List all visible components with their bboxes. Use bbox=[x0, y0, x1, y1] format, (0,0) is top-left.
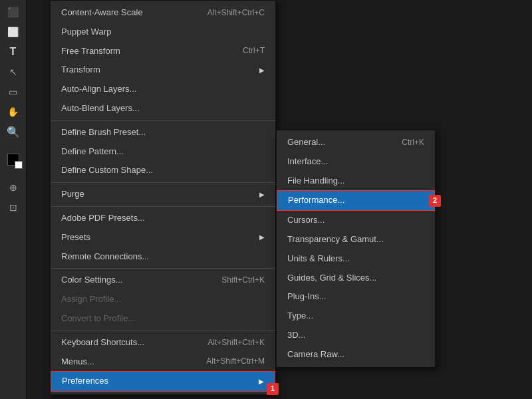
tool-zoom[interactable]: 🔍 bbox=[4, 122, 23, 141]
menu-edit: Content-Aware Scale Alt+Shift+Ctrl+C Pup… bbox=[50, 0, 276, 395]
menu-item-keyboard-shortcuts[interactable]: Keyboard Shortcuts... Alt+Shift+Ctrl+K bbox=[51, 333, 275, 352]
menu-item-define-custom-shape[interactable]: Define Custom Shape... bbox=[51, 161, 275, 180]
menu-item-units-rulers[interactable]: Units & Rulers... bbox=[277, 249, 435, 269]
badge-1: 1 bbox=[267, 383, 279, 395]
menu-item-content-aware-scale[interactable]: Content-Aware Scale Alt+Shift+Ctrl+C bbox=[51, 3, 275, 23]
menu-item-type[interactable]: Type... bbox=[277, 307, 435, 326]
separator-2 bbox=[51, 182, 275, 183]
tool-lasso[interactable]: ⬜ bbox=[4, 23, 23, 41]
menu-item-auto-align-layers[interactable]: Auto-Align Layers... bbox=[51, 80, 275, 99]
tool-hand[interactable]: ✋ bbox=[4, 102, 23, 121]
menu-item-define-brush-preset[interactable]: Define Brush Preset... bbox=[51, 123, 275, 142]
menu-item-presets[interactable]: Presets ▶ bbox=[51, 228, 275, 247]
menu-item-preferences[interactable]: Preferences ▶ 1 bbox=[51, 371, 275, 392]
menu-item-transform[interactable]: Transform ▶ bbox=[51, 61, 275, 80]
menu-item-interface[interactable]: Interface... bbox=[277, 152, 435, 172]
toolbar: ⬛ ⬜ T ↖ ▭ ✋ 🔍 ⊕ ⊡ bbox=[0, 0, 27, 399]
menu-item-transparency-gamut[interactable]: Transparency & Gamut... bbox=[277, 230, 435, 249]
menu-item-menus[interactable]: Menus... Alt+Shift+Ctrl+M bbox=[51, 352, 275, 372]
menu-item-convert-to-profile: Convert to Profile... bbox=[51, 309, 275, 329]
menu-item-camera-raw[interactable]: Camera Raw... bbox=[277, 345, 435, 364]
tool-extra1[interactable]: ⊕ bbox=[4, 178, 23, 197]
menu-item-purge[interactable]: Purge ▶ bbox=[51, 185, 275, 204]
menu-item-adobe-pdf-presets[interactable]: Adobe PDF Presets... bbox=[51, 209, 275, 228]
menu-item-3d[interactable]: 3D... bbox=[277, 326, 435, 345]
menu-item-auto-blend-layers[interactable]: Auto-Blend Layers... bbox=[51, 99, 275, 118]
menu-item-guides-grid-slices[interactable]: Guides, Grid & Slices... bbox=[277, 269, 435, 288]
tool-shape[interactable]: ▭ bbox=[4, 82, 23, 101]
menu-item-puppet-warp[interactable]: Puppet Warp bbox=[51, 23, 275, 42]
foreground-color[interactable] bbox=[4, 150, 23, 169]
menu-item-general[interactable]: General... Ctrl+K bbox=[277, 133, 435, 152]
tool-type[interactable]: T bbox=[4, 43, 23, 61]
menu-preferences-submenu: General... Ctrl+K Interface... File Hand… bbox=[276, 130, 436, 368]
menu-item-performance[interactable]: Performance... 2 bbox=[277, 190, 435, 211]
tool-extra2[interactable]: ⊡ bbox=[4, 198, 23, 217]
menu-item-assign-profile: Assign Profile... bbox=[51, 290, 275, 309]
separator-4 bbox=[51, 268, 275, 269]
menu-item-free-transform[interactable]: Free Transform Ctrl+T bbox=[51, 42, 275, 61]
menu-item-color-settings[interactable]: Color Settings... Shift+Ctrl+K bbox=[51, 271, 275, 290]
menu-item-cursors[interactable]: Cursors... bbox=[277, 211, 435, 230]
separator-1 bbox=[51, 120, 275, 121]
tool-move[interactable]: ⬛ bbox=[4, 3, 23, 21]
tool-select[interactable]: ↖ bbox=[4, 63, 23, 81]
separator-3 bbox=[51, 206, 275, 207]
menu-item-define-pattern[interactable]: Define Pattern... bbox=[51, 142, 275, 162]
separator-5 bbox=[51, 331, 275, 331]
menu-item-remote-connections[interactable]: Remote Connections... bbox=[51, 247, 275, 267]
menu-item-plug-ins[interactable]: Plug-Ins... bbox=[277, 287, 435, 307]
menu-item-file-handling[interactable]: File Handling... bbox=[277, 172, 435, 191]
badge-2: 2 bbox=[429, 195, 441, 207]
